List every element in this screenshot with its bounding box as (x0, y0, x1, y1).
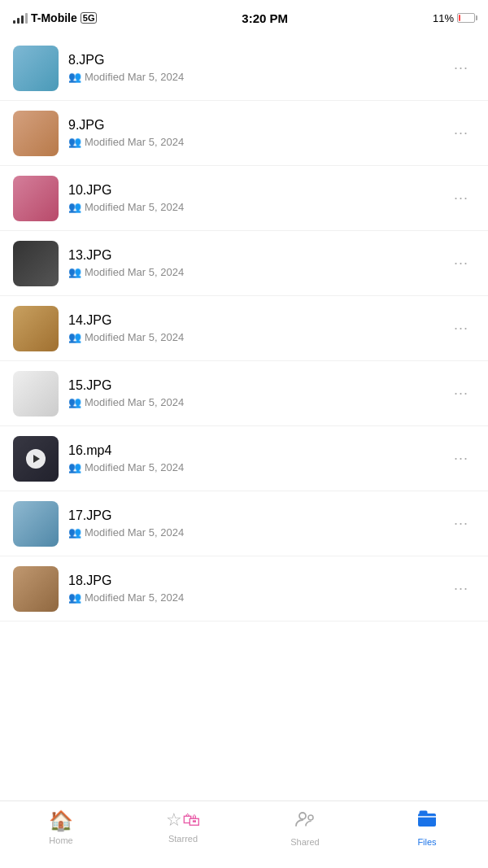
file-meta: 👥 Modified Mar 5, 2024 (68, 526, 438, 539)
network-type: 5G (81, 12, 98, 24)
file-item-file-17[interactable]: 17.JPG👥 Modified Mar 5, 2024··· (0, 491, 488, 556)
file-more-button[interactable]: ··· (447, 313, 475, 343)
play-button-icon (26, 449, 46, 469)
file-thumbnail (13, 436, 59, 482)
signal-icon (13, 12, 28, 24)
file-info: 8.JPG👥 Modified Mar 5, 2024 (59, 53, 447, 83)
nav-label-files: Files (417, 837, 436, 847)
file-info: 15.JPG👥 Modified Mar 5, 2024 (59, 378, 447, 408)
file-meta: 👥 Modified Mar 5, 2024 (68, 71, 438, 83)
home-icon: 🏠 (49, 809, 73, 832)
nav-label-starred: Starred (168, 834, 198, 844)
file-meta: 👥 Modified Mar 5, 2024 (68, 461, 438, 473)
file-item-file-14[interactable]: 14.JPG👥 Modified Mar 5, 2024··· (0, 296, 488, 361)
file-meta: 👥 Modified Mar 5, 2024 (68, 396, 438, 408)
file-modified: Modified Mar 5, 2024 (85, 526, 184, 539)
clock: 3:20 PM (242, 11, 288, 25)
file-item-file-16[interactable]: 16.mp4👥 Modified Mar 5, 2024··· (0, 426, 488, 491)
file-meta: 👥 Modified Mar 5, 2024 (68, 266, 438, 278)
file-modified: Modified Mar 5, 2024 (85, 591, 184, 604)
nav-label-shared: Shared (290, 837, 319, 847)
file-item-file-15[interactable]: 15.JPG👥 Modified Mar 5, 2024··· (0, 361, 488, 426)
file-thumbnail (13, 501, 59, 547)
file-modified: Modified Mar 5, 2024 (85, 71, 184, 83)
bottom-nav: 🏠 Home ☆ 🛍 Starred Shared Files (0, 800, 488, 868)
file-name: 8.JPG (68, 53, 438, 68)
play-overlay (13, 436, 59, 482)
file-meta: 👥 Modified Mar 5, 2024 (68, 591, 438, 604)
files-icon (416, 809, 438, 834)
carrier-info: T-Mobile 5G (13, 11, 97, 24)
svg-rect-2 (418, 813, 436, 827)
file-more-button[interactable]: ··· (447, 183, 475, 213)
file-modified: Modified Mar 5, 2024 (85, 266, 184, 278)
shared-people-icon: 👥 (68, 266, 81, 278)
file-name: 17.JPG (68, 508, 438, 523)
status-bar: T-Mobile 5G 3:20 PM 11% (0, 0, 488, 36)
file-more-button[interactable]: ··· (447, 443, 475, 473)
file-name: 14.JPG (68, 313, 438, 328)
file-modified: Modified Mar 5, 2024 (85, 331, 184, 343)
file-modified: Modified Mar 5, 2024 (85, 461, 184, 473)
shared-people-icon: 👥 (68, 591, 81, 604)
file-name: 9.JPG (68, 118, 438, 133)
file-modified: Modified Mar 5, 2024 (85, 201, 184, 213)
file-name: 10.JPG (68, 183, 438, 198)
svg-rect-3 (420, 811, 427, 814)
svg-point-1 (308, 815, 313, 820)
shared-people-icon: 👥 (68, 331, 81, 343)
file-thumbnail (13, 371, 59, 417)
file-thumbnail (13, 111, 59, 156)
nav-label-home: Home (49, 835, 72, 845)
file-more-button[interactable]: ··· (447, 574, 475, 604)
file-modified: Modified Mar 5, 2024 (85, 136, 184, 148)
file-info: 16.mp4👥 Modified Mar 5, 2024 (59, 443, 447, 473)
file-info: 14.JPG👥 Modified Mar 5, 2024 (59, 313, 447, 343)
shared-people-icon: 👥 (68, 136, 81, 148)
file-info: 13.JPG👥 Modified Mar 5, 2024 (59, 248, 447, 278)
file-list: 8.JPG👥 Modified Mar 5, 2024···9.JPG👥 Mod… (0, 36, 488, 689)
file-name: 16.mp4 (68, 443, 438, 458)
nav-item-shared[interactable]: Shared (244, 809, 366, 847)
file-more-button[interactable]: ··· (447, 508, 475, 539)
file-thumbnail (13, 306, 59, 351)
file-name: 13.JPG (68, 248, 438, 263)
file-info: 17.JPG👥 Modified Mar 5, 2024 (59, 508, 447, 539)
file-thumbnail (13, 566, 59, 612)
file-name: 18.JPG (68, 574, 438, 588)
nav-item-starred[interactable]: ☆ 🛍 Starred (122, 809, 244, 844)
battery-icon (457, 13, 475, 23)
star-icon: ☆ (166, 809, 182, 831)
file-item-file-13[interactable]: 13.JPG👥 Modified Mar 5, 2024··· (0, 231, 488, 296)
file-info: 9.JPG👥 Modified Mar 5, 2024 (59, 118, 447, 148)
shared-people-icon: 👥 (68, 201, 81, 213)
file-thumbnail (13, 46, 59, 91)
shared-people-icon: 👥 (68, 396, 81, 408)
carrier-name: T-Mobile (31, 11, 77, 24)
shared-people-icon: 👥 (68, 71, 81, 83)
file-item-file-9[interactable]: 9.JPG👥 Modified Mar 5, 2024··· (0, 101, 488, 166)
file-more-button[interactable]: ··· (447, 378, 475, 408)
file-meta: 👥 Modified Mar 5, 2024 (68, 201, 438, 213)
shared-icon (294, 809, 316, 834)
starred-icon-group: ☆ 🛍 (166, 809, 200, 831)
file-meta: 👥 Modified Mar 5, 2024 (68, 331, 438, 343)
file-thumbnail (13, 176, 59, 221)
file-name: 15.JPG (68, 378, 438, 393)
file-meta: 👥 Modified Mar 5, 2024 (68, 136, 438, 148)
file-item-file-18[interactable]: 18.JPG👥 Modified Mar 5, 2024··· (0, 556, 488, 622)
hanger-icon: 🛍 (182, 809, 200, 831)
file-modified: Modified Mar 5, 2024 (85, 396, 184, 408)
file-more-button[interactable]: ··· (447, 248, 475, 278)
battery-info: 11% (433, 12, 475, 24)
file-info: 18.JPG👥 Modified Mar 5, 2024 (59, 574, 447, 604)
file-more-button[interactable]: ··· (447, 118, 475, 148)
file-thumbnail (13, 241, 59, 286)
shared-people-icon: 👥 (68, 526, 81, 539)
nav-item-files[interactable]: Files (366, 809, 488, 847)
file-item-file-10[interactable]: 10.JPG👥 Modified Mar 5, 2024··· (0, 166, 488, 231)
battery-percentage: 11% (433, 12, 454, 24)
nav-item-home[interactable]: 🏠 Home (0, 809, 122, 845)
file-item-file-8[interactable]: 8.JPG👥 Modified Mar 5, 2024··· (0, 36, 488, 101)
file-more-button[interactable]: ··· (447, 53, 475, 83)
